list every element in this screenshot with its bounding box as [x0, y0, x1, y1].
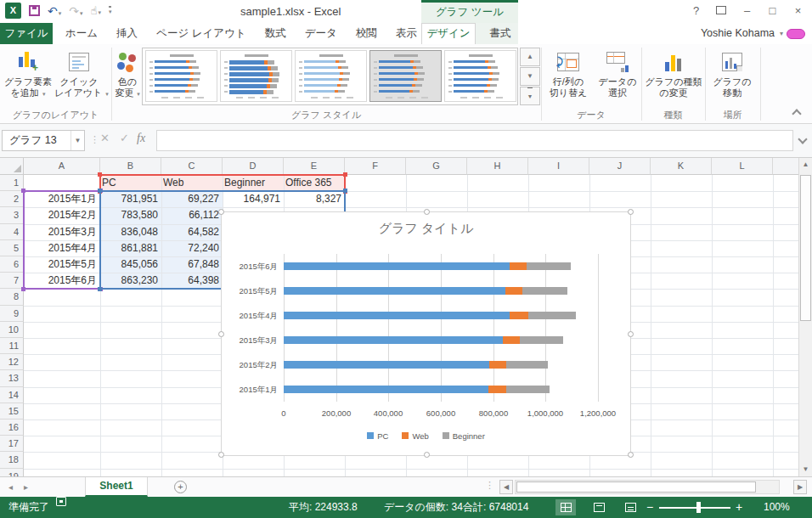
insert-function-icon[interactable]: fx [137, 132, 145, 145]
change-chart-type-button[interactable]: グラフの種類 の変更 [644, 48, 703, 117]
chart-style-thumbnail-1[interactable] [145, 50, 217, 102]
bar-segment-web[interactable] [510, 262, 527, 270]
minimize-button[interactable]: – [736, 2, 758, 20]
formula-input[interactable] [156, 130, 793, 151]
add-chart-element-button[interactable]: + グラフ要素 を追加 ▾ [3, 48, 53, 117]
sheet-nav-next-icon[interactable]: ▸ [24, 477, 28, 497]
sheet-tab-sheet1[interactable]: Sheet1 [85, 477, 148, 497]
scroll-left-icon[interactable]: ◀ [499, 480, 513, 494]
cell-C3[interactable]: 66,112 [163, 207, 219, 223]
cell-A5[interactable]: 2015年4月 [25, 240, 97, 256]
cell-D1[interactable]: Beginner [224, 175, 280, 191]
column-header-E[interactable]: E [284, 158, 345, 175]
horizontal-scroll-thumb[interactable] [516, 481, 756, 493]
legend-item-beginner[interactable]: Beginner [443, 431, 485, 441]
column-header-H[interactable]: H [467, 158, 528, 175]
scroll-down-icon[interactable]: ▼ [799, 463, 812, 476]
chart-resize-handle[interactable] [218, 209, 224, 215]
gallery-scroll-up-button[interactable]: ▲ [520, 48, 540, 66]
expand-formula-bar-icon[interactable] [798, 134, 807, 144]
page-break-preview-button[interactable] [620, 499, 640, 515]
normal-view-button[interactable] [555, 499, 576, 515]
column-header-F[interactable]: F [345, 158, 406, 175]
legend-item-pc[interactable]: PC [367, 431, 388, 441]
bar-segment-beginner[interactable] [506, 386, 550, 393]
row-header-10[interactable]: 10 [0, 322, 24, 338]
row-header-14[interactable]: 14 [0, 387, 24, 403]
select-data-button[interactable]: データの 選択 [593, 48, 642, 117]
bar-segment-beginner[interactable] [506, 361, 548, 369]
zoom-slider[interactable] [659, 507, 730, 509]
page-layout-view-button[interactable] [589, 499, 609, 515]
close-button[interactable]: × [787, 2, 809, 20]
bar-segment-web[interactable] [489, 361, 506, 369]
tab-scrollbar-splitter[interactable]: ⋮ [485, 480, 494, 491]
bar-segment-web[interactable] [503, 336, 520, 344]
maximize-button[interactable]: □ [761, 2, 784, 20]
ribbon-display-options-button[interactable] [710, 2, 733, 20]
column-header-J[interactable]: J [589, 158, 651, 175]
bar-segment-web[interactable] [510, 312, 528, 319]
user-avatar[interactable] [787, 29, 805, 39]
vertical-scrollbar[interactable]: ▲ ▼ [798, 158, 812, 476]
enter-icon[interactable]: ✓ [120, 132, 129, 144]
ribbon-tab-5[interactable]: 校閲 [347, 23, 386, 44]
chart-style-thumbnail-5[interactable] [444, 50, 516, 102]
row-header-3[interactable]: 3 [0, 207, 24, 223]
zoom-in-button[interactable]: + [736, 497, 742, 518]
cell-C5[interactable]: 72,240 [163, 240, 219, 256]
bar-segment-beginner[interactable] [527, 262, 571, 270]
bar-segment-web[interactable] [488, 386, 506, 393]
help-button[interactable]: ? [685, 2, 708, 20]
tab-format[interactable]: 書式 [479, 23, 522, 44]
scroll-right-icon[interactable]: ▶ [793, 480, 807, 494]
cell-A2[interactable]: 2015年1月 [25, 191, 97, 207]
cell-D2[interactable]: 164,971 [224, 191, 280, 207]
row-header-6[interactable]: 6 [0, 256, 24, 273]
quick-layout-button[interactable]: クイック レイアウト ▾ [54, 48, 104, 117]
row-header-1[interactable]: 1 [0, 175, 24, 191]
collapse-ribbon-button[interactable] [792, 109, 801, 118]
cell-A4[interactable]: 2015年3月 [25, 224, 97, 240]
zoom-level[interactable]: 100% [764, 497, 790, 518]
row-header-13[interactable]: 13 [0, 370, 24, 386]
cell-C7[interactable]: 64,398 [163, 273, 219, 289]
row-header-11[interactable]: 11 [0, 338, 24, 354]
select-all-corner[interactable] [0, 158, 24, 175]
bar-segment-pc[interactable] [284, 262, 510, 270]
undo-button[interactable]: ↶▾ [48, 3, 61, 19]
row-header-8[interactable]: 8 [0, 289, 24, 305]
name-box-dropdown-icon[interactable]: ▼ [70, 131, 84, 150]
name-box[interactable]: グラフ 13▼ [2, 130, 85, 151]
cell-C4[interactable]: 64,582 [163, 224, 219, 240]
bar-segment-pc[interactable] [284, 386, 488, 393]
gallery-more-button[interactable]: ▼ [520, 87, 540, 105]
sheet-nav-prev-icon[interactable]: ◂ [8, 477, 13, 497]
cancel-icon[interactable]: ✕ [100, 132, 110, 144]
chart-title[interactable]: グラフ タイトル [222, 221, 630, 237]
ribbon-tab-4[interactable]: データ [296, 23, 347, 44]
cell-C6[interactable]: 67,848 [163, 256, 219, 273]
change-colors-button[interactable]: 色の 変更 ▾ [115, 48, 140, 117]
bar-segment-pc[interactable] [284, 312, 510, 319]
cell-B3[interactable]: 783,580 [102, 207, 158, 223]
cell-A3[interactable]: 2015年2月 [25, 207, 97, 223]
redo-button[interactable]: ↷▾ [69, 3, 82, 19]
chart-resize-handle[interactable] [628, 331, 634, 337]
chart-resize-handle[interactable] [218, 331, 224, 337]
zoom-out-button[interactable]: − [646, 497, 653, 518]
ribbon-tab-0[interactable]: ホーム [56, 23, 107, 44]
row-header-19[interactable]: 19 [0, 469, 24, 476]
switch-row-column-button[interactable]: ⤸ 行/列の 切り替え [544, 48, 593, 117]
row-header-12[interactable]: 12 [0, 354, 24, 370]
cell-B1[interactable]: PC [102, 175, 158, 191]
cell-E1[interactable]: Office 365 [285, 175, 341, 191]
cell-B4[interactable]: 836,048 [102, 224, 158, 240]
vertical-scroll-thumb[interactable] [800, 175, 811, 321]
cell-B6[interactable]: 845,056 [102, 256, 158, 273]
cell-C2[interactable]: 69,227 [163, 191, 219, 207]
column-header-C[interactable]: C [161, 158, 223, 175]
bar-segment-pc[interactable] [284, 336, 503, 344]
column-header-D[interactable]: D [223, 158, 284, 175]
move-chart-button[interactable]: グラフの 移動 [708, 48, 757, 117]
